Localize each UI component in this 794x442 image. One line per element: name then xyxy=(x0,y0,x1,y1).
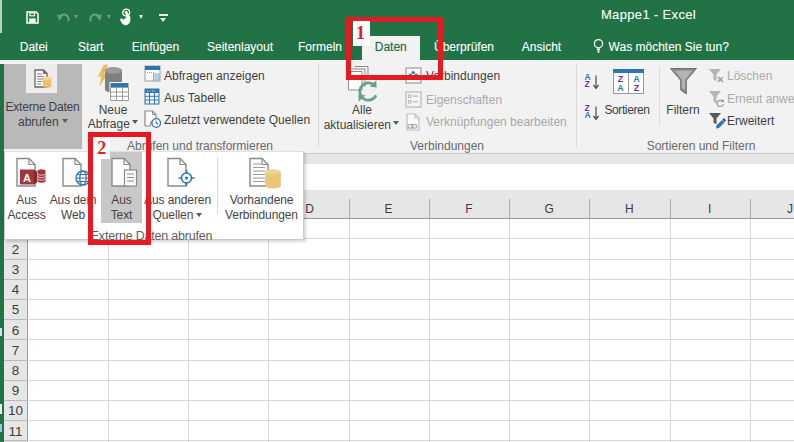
svg-text:A: A xyxy=(23,171,31,183)
